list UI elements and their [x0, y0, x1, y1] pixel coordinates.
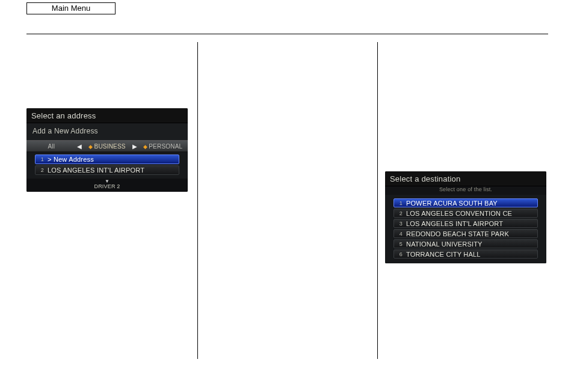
- column-1: Select an address Add a New Address All …: [26, 42, 197, 359]
- row-label: POWER ACURA SOUTH BAY: [406, 200, 498, 207]
- category-tabs: All ◀ ◆BUSINESS ▶ ◆PERSONAL: [26, 140, 188, 152]
- footer-label: DRIVER 2: [94, 183, 120, 189]
- address-list: 1 > New Address 2 LOS ANGELES INT'L AIRP…: [26, 152, 188, 179]
- divider: [26, 34, 548, 34]
- tab-all[interactable]: All: [26, 142, 76, 151]
- row-number: 2: [38, 167, 44, 173]
- column-3: Select a destination Select one of the l…: [378, 42, 548, 359]
- screen-footer: ▼ DRIVER 2: [26, 179, 188, 192]
- columns: Select an address Add a New Address All …: [26, 42, 548, 359]
- row-number: 4: [397, 231, 403, 237]
- row-label: TORRANCE CITY HALL: [406, 251, 481, 258]
- screen-title: Select a destination: [385, 171, 546, 186]
- screen-select-address: Select an address Add a New Address All …: [26, 108, 188, 192]
- screen-subtitle: Add a New Address: [26, 123, 188, 140]
- screen-title: Select an address: [26, 108, 188, 123]
- pin-icon: ◆: [143, 144, 147, 150]
- row-label: LOS ANGELES INT'L AIRPORT: [406, 220, 503, 227]
- row-label: LOS ANGELES CONVENTION CE: [406, 210, 512, 217]
- screen-select-destination: Select a destination Select one of the l…: [385, 171, 546, 263]
- pin-icon: ◆: [88, 144, 93, 150]
- row-number: 1: [397, 200, 403, 206]
- column-2: [197, 42, 378, 359]
- row-label: > New Address: [48, 156, 94, 163]
- tab-personal-label: PERSONAL: [149, 143, 182, 150]
- tab-business-label: BUSINESS: [94, 143, 126, 150]
- row-number: 3: [397, 221, 403, 227]
- list-item[interactable]: 2 LOS ANGELES INT'L AIRPORT: [35, 165, 179, 175]
- row-label: REDONDO BEACH STATE PARK: [406, 230, 509, 237]
- list-item[interactable]: 5 NATIONAL UNIVERSITY: [393, 239, 538, 248]
- row-number: 5: [397, 241, 403, 247]
- row-number: 1: [38, 156, 44, 162]
- tab-business[interactable]: ◆BUSINESS: [82, 142, 132, 151]
- arrow-left-icon: ◀: [76, 143, 82, 150]
- list-item[interactable]: 1 > New Address: [35, 155, 179, 164]
- destination-list: 1 POWER ACURA SOUTH BAY 2 LOS ANGELES CO…: [385, 195, 546, 263]
- screen-subtitle: Select one of the list.: [385, 186, 546, 195]
- row-label: NATIONAL UNIVERSITY: [406, 240, 483, 248]
- list-item[interactable]: 4 REDONDO BEACH STATE PARK: [393, 229, 538, 238]
- list-item[interactable]: 3 LOS ANGELES INT'L AIRPORT: [393, 219, 538, 228]
- main-menu-button[interactable]: Main Menu: [26, 2, 116, 14]
- row-label: LOS ANGELES INT'L AIRPORT: [48, 167, 144, 174]
- list-item[interactable]: 1 POWER ACURA SOUTH BAY: [393, 198, 538, 207]
- row-number: 2: [397, 210, 403, 216]
- arrow-right-icon: ▶: [132, 143, 138, 150]
- list-item[interactable]: 2 LOS ANGELES CONVENTION CE: [393, 209, 538, 218]
- row-number: 6: [397, 251, 403, 257]
- list-item[interactable]: 6 TORRANCE CITY HALL: [393, 250, 538, 259]
- tab-personal[interactable]: ◆PERSONAL: [138, 142, 188, 151]
